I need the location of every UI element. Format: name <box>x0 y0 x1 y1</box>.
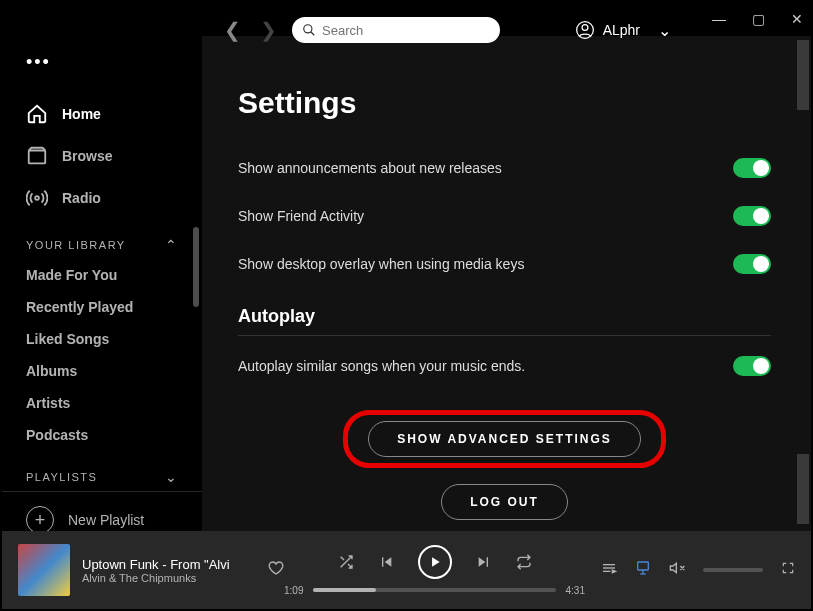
chevron-down-icon[interactable]: ⌄ <box>165 469 179 485</box>
volume-slider[interactable] <box>703 568 763 572</box>
repeat-button[interactable] <box>516 554 532 570</box>
content-scrollbar[interactable] <box>797 40 809 110</box>
toggle-friend-activity[interactable] <box>733 206 771 226</box>
sidebar-item-label: Radio <box>62 190 101 206</box>
fullscreen-button[interactable] <box>781 561 795 579</box>
search-box[interactable] <box>292 17 500 43</box>
svg-point-5 <box>35 196 39 200</box>
radio-icon <box>26 187 48 209</box>
sidebar-scrollbar[interactable] <box>193 227 199 307</box>
svg-rect-9 <box>638 562 649 570</box>
home-icon <box>26 103 48 125</box>
sidebar-item-liked-songs[interactable]: Liked Songs <box>2 323 202 355</box>
highlight-annotation: SHOW ADVANCED SETTINGS <box>343 410 666 468</box>
playlists-header: PLAYLISTS <box>26 471 97 483</box>
setting-label: Show announcements about new releases <box>238 160 502 176</box>
sidebar-item-artists[interactable]: Artists <box>2 387 202 419</box>
chevron-down-icon: ⌄ <box>658 21 671 40</box>
next-button[interactable] <box>476 554 492 570</box>
autoplay-header: Autoplay <box>238 306 771 336</box>
track-artist[interactable]: Alvin & The Chipmunks <box>82 572 262 584</box>
show-advanced-settings-button[interactable]: SHOW ADVANCED SETTINGS <box>368 421 641 457</box>
svg-point-0 <box>304 25 312 33</box>
search-icon <box>302 23 316 37</box>
logout-button[interactable]: LOG OUT <box>441 484 568 520</box>
setting-label: Show Friend Activity <box>238 208 364 224</box>
sidebar-item-radio[interactable]: Radio <box>2 177 202 219</box>
library-header: YOUR LIBRARY <box>26 239 126 251</box>
setting-label: Autoplay similar songs when your music e… <box>238 358 525 374</box>
window-minimize-icon[interactable]: — <box>712 11 726 27</box>
sidebar-item-home[interactable]: Home <box>2 93 202 135</box>
toggle-announcements[interactable] <box>733 158 771 178</box>
new-playlist-label: New Playlist <box>68 512 144 528</box>
app-menu-icon[interactable]: ••• <box>2 52 202 93</box>
svg-line-1 <box>311 32 315 36</box>
sidebar-item-albums[interactable]: Albums <box>2 355 202 387</box>
elapsed-time: 1:09 <box>284 585 303 596</box>
queue-button[interactable] <box>601 560 617 580</box>
play-button[interactable] <box>418 545 452 579</box>
sidebar-item-browse[interactable]: Browse <box>2 135 202 177</box>
user-name: ALphr <box>603 22 640 38</box>
user-menu[interactable]: ALphr ⌄ <box>575 20 671 40</box>
svg-rect-4 <box>29 151 46 164</box>
nav-back-button[interactable]: ❮ <box>220 18 244 42</box>
nav-forward-button[interactable]: ❯ <box>256 18 280 42</box>
page-title: Settings <box>238 86 771 120</box>
shuffle-button[interactable] <box>338 554 354 570</box>
sidebar-item-label: Home <box>62 106 101 122</box>
sidebar-item-recently-played[interactable]: Recently Played <box>2 291 202 323</box>
window-close-icon[interactable]: ✕ <box>791 11 803 27</box>
user-icon <box>575 20 595 40</box>
svg-point-3 <box>582 25 588 31</box>
devices-button[interactable] <box>635 560 651 580</box>
content-scrollbar[interactable] <box>797 454 809 524</box>
album-art[interactable] <box>18 544 70 596</box>
progress-bar[interactable] <box>313 588 555 592</box>
toggle-autoplay[interactable] <box>733 356 771 376</box>
volume-mute-button[interactable] <box>669 560 685 580</box>
setting-label: Show desktop overlay when using media ke… <box>238 256 524 272</box>
track-title[interactable]: Uptown Funk - From "Alvi <box>82 557 262 572</box>
search-input[interactable] <box>322 23 490 38</box>
previous-button[interactable] <box>378 554 394 570</box>
toggle-desktop-overlay[interactable] <box>733 254 771 274</box>
sidebar-item-podcasts[interactable]: Podcasts <box>2 419 202 451</box>
like-button[interactable] <box>268 560 284 580</box>
window-maximize-icon[interactable]: ▢ <box>752 11 765 27</box>
sidebar-item-made-for-you[interactable]: Made For You <box>2 259 202 291</box>
chevron-up-icon[interactable]: ⌃ <box>165 237 179 253</box>
new-playlist-button[interactable]: + New Playlist <box>2 491 202 531</box>
sidebar-item-label: Browse <box>62 148 113 164</box>
plus-icon: + <box>26 506 54 531</box>
browse-icon <box>26 145 48 167</box>
total-time: 4:31 <box>566 585 585 596</box>
